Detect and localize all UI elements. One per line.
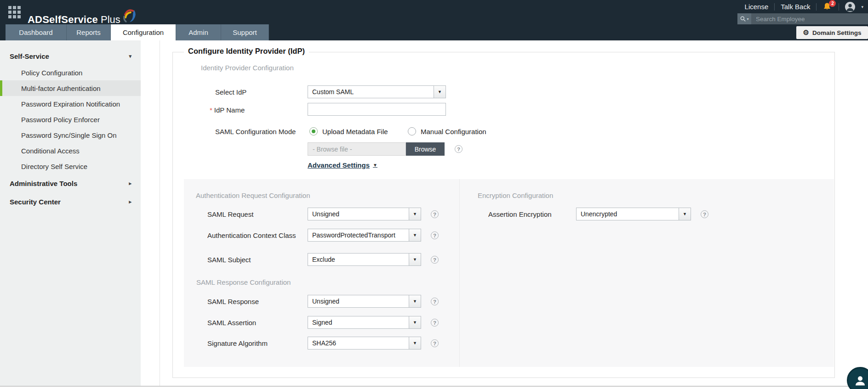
chat-support-icon[interactable]: [847, 367, 868, 389]
manual-configuration-radio-label[interactable]: Manual Configuration: [421, 128, 486, 135]
saml-request-dropdown[interactable]: Unsigned ▼: [308, 208, 421, 220]
chevron-down-icon: ▼: [434, 86, 445, 98]
chevron-down-icon: ▼: [409, 208, 421, 220]
tab-reports[interactable]: Reports: [67, 24, 111, 40]
authentication-context-class-label: Authentication Context Class: [207, 231, 296, 239]
divider: [816, 3, 817, 11]
chevron-down-icon: ▼: [409, 337, 421, 349]
sidebar: Self-Service ▾ Policy Configuration Mult…: [0, 40, 141, 386]
tab-configuration[interactable]: Configuration: [111, 24, 176, 40]
saml-configuration-mode-label: SAML Configuration Mode: [215, 128, 296, 135]
saml-response-label: SAML Response: [207, 298, 259, 305]
saml-request-help-icon[interactable]: ?: [431, 210, 439, 218]
sidebar-item-password-expiration-notification[interactable]: Password Expiration Notification: [0, 96, 141, 112]
saml-request-label: SAML Request: [207, 210, 253, 218]
sidebar-section-security-center[interactable]: Security Center ▸: [0, 192, 141, 211]
saml-subject-label: SAML Subject: [207, 256, 251, 264]
required-mark: *: [210, 106, 212, 114]
signature-algorithm-label: Signature Algorithm: [207, 339, 268, 347]
talk-back-link[interactable]: Talk Back: [781, 3, 810, 11]
authentication-context-class-dropdown[interactable]: PasswordProtectedTransport ▼: [308, 229, 421, 242]
sidebar-section-administrative-tools[interactable]: Administrative Tools ▸: [0, 174, 141, 192]
sidebar-item-conditional-access[interactable]: Conditional Access: [0, 143, 141, 158]
saml-subject-dropdown[interactable]: Exclude ▼: [308, 253, 421, 266]
app-logo: ADSelfService Plus: [28, 5, 139, 26]
upload-metadata-file-radio[interactable]: [309, 127, 318, 135]
saml-subject-help-icon[interactable]: ?: [431, 256, 439, 264]
topbar-actions: License Talk Back 2 ▾: [745, 0, 863, 13]
domain-settings-label: Domain Settings: [812, 29, 862, 36]
idp-configuration-section-title: Identity Provider Configuration: [201, 64, 294, 72]
user-avatar-icon[interactable]: [845, 2, 855, 12]
logo-swoosh-icon: [119, 7, 137, 26]
apps-grid-icon[interactable]: [8, 6, 21, 18]
sidebar-item-multi-factor-authentication[interactable]: Multi-factor Authentication: [0, 80, 141, 96]
chevron-down-icon: ▼: [373, 163, 377, 168]
manual-configuration-radio[interactable]: [408, 127, 416, 135]
page-title: Configure Identity Provider (IdP): [184, 47, 309, 56]
notification-bell-icon[interactable]: 2: [822, 2, 833, 12]
license-link[interactable]: License: [745, 3, 769, 11]
divider: [839, 3, 839, 11]
saml-assertion-help-icon[interactable]: ?: [431, 319, 439, 327]
search-icon[interactable]: ▾: [737, 13, 751, 24]
tab-admin[interactable]: Admin: [176, 24, 221, 40]
employee-search: ▾: [737, 13, 868, 24]
saml-assertion-dropdown[interactable]: Signed ▼: [308, 316, 421, 329]
sidebar-section-self-service[interactable]: Self-Service ▾: [0, 48, 141, 65]
saml-response-dropdown[interactable]: Unsigned ▼: [308, 295, 421, 308]
saml-response-section-title: SAML Response Configuration: [196, 278, 291, 286]
advanced-settings-panel: Authentication Request Configuration SAM…: [184, 179, 834, 367]
select-idp-label: Select IdP: [215, 88, 246, 96]
idp-name-label: *IdP Name: [210, 106, 245, 114]
saml-response-help-icon[interactable]: ?: [431, 298, 439, 305]
main-nav: Dashboard Reports Configuration Admin Su…: [0, 24, 868, 40]
metadata-help-icon[interactable]: ?: [455, 145, 463, 153]
chevron-right-icon: ▸: [129, 199, 131, 205]
tab-dashboard[interactable]: Dashboard: [6, 24, 67, 40]
gear-icon: ⚙: [803, 28, 809, 37]
page-bottom-divider: [0, 386, 868, 387]
chevron-down-icon: ▼: [679, 208, 691, 220]
chevron-right-icon: ▸: [129, 180, 131, 186]
content-divider: [160, 40, 160, 386]
signature-algorithm-dropdown[interactable]: SHA256 ▼: [308, 337, 421, 350]
top-bar: ADSelfService Plus License Talk Back 2 ▾: [0, 0, 868, 24]
signature-algorithm-help-icon[interactable]: ?: [431, 339, 439, 347]
sidebar-item-policy-configuration[interactable]: Policy Configuration: [0, 65, 141, 80]
chevron-down-icon: ▼: [409, 316, 421, 328]
configure-idp-card: Configure Identity Provider (IdP) Identi…: [172, 52, 835, 378]
saml-assertion-label: SAML Assertion: [207, 319, 256, 327]
advanced-settings-link[interactable]: Advanced Settings ▼: [308, 161, 377, 169]
encryption-section-title: Encryption Configuration: [478, 192, 553, 199]
chevron-down-icon: ▼: [409, 254, 421, 265]
sidebar-item-password-policy-enforcer[interactable]: Password Policy Enforcer: [0, 112, 141, 127]
idp-name-input[interactable]: [308, 103, 446, 116]
metadata-file-input[interactable]: - Browse file -: [308, 142, 406, 156]
notification-count-badge: 2: [829, 0, 836, 7]
panel-divider: [459, 179, 460, 367]
chevron-down-icon: ▼: [409, 229, 421, 241]
sidebar-item-directory-self-service[interactable]: Directory Self Service: [0, 158, 141, 174]
chevron-down-icon: ▾: [129, 53, 131, 59]
sidebar-item-password-sync-single-sign-on[interactable]: Password Sync/Single Sign On: [0, 127, 141, 143]
upload-metadata-file-radio-label[interactable]: Upload Metadata File: [322, 128, 388, 135]
user-menu-caret-icon[interactable]: ▾: [861, 5, 863, 9]
search-input[interactable]: [751, 13, 868, 24]
authentication-context-class-help-icon[interactable]: ?: [431, 231, 439, 239]
assertion-encryption-help-icon[interactable]: ?: [701, 210, 708, 218]
divider: [774, 3, 775, 11]
chevron-down-icon: ▼: [409, 295, 421, 307]
domain-settings-button[interactable]: ⚙ Domain Settings: [796, 26, 868, 39]
tab-support[interactable]: Support: [221, 24, 269, 40]
adselfservice-plus-app: ADSelfService Plus License Talk Back 2 ▾: [0, 0, 868, 389]
browse-button[interactable]: Browse: [406, 142, 445, 156]
auth-request-section-title: Authentication Request Configuration: [196, 192, 310, 199]
assertion-encryption-dropdown[interactable]: Unencrypted ▼: [576, 208, 691, 220]
select-idp-dropdown[interactable]: Custom SAML ▼: [308, 85, 446, 98]
assertion-encryption-label: Assertion Encryption: [488, 210, 552, 218]
